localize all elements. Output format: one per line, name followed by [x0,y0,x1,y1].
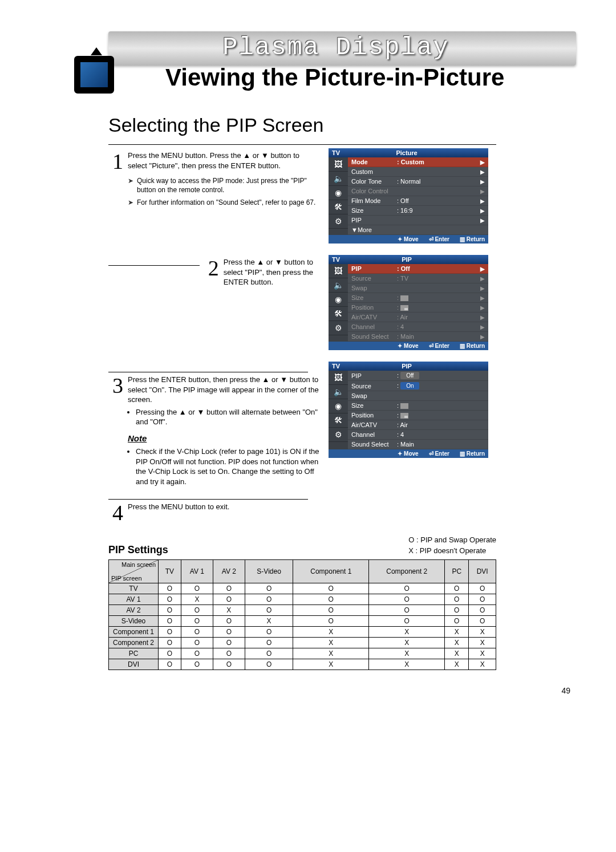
sound-icon: 🔈 [329,385,348,399]
table-cell: X [369,637,445,648]
osd-move-hint: ✦ Move [398,451,418,457]
osd-row-label: Position [351,412,397,419]
col-header: Component 1 [293,559,369,583]
table-cell: O [159,659,181,670]
setup-icon: 🛠 [329,200,348,214]
table-cell: O [159,637,181,648]
osd-row-value: : Off [397,265,480,272]
row-header: DVI [109,659,159,670]
col-header: DVI [469,559,496,583]
osd-row-label: Channel [351,431,397,438]
osd-row-label: Custom [351,168,397,175]
banner-surtitle: Plasma Display [222,33,449,62]
osd-row-value: : [397,372,399,379]
table-cell: O [181,583,213,594]
step-number: 1 [108,151,123,211]
table-cell: X [469,626,496,637]
osd-row-value: : 4 [397,323,480,330]
function-icon: ⚙ [329,428,348,442]
table-cell: O [159,583,181,594]
step-3-bullet: Pressing the ▲ or ▼ button will alternat… [136,407,319,427]
table-cell: O [245,637,293,648]
chevron-right-icon: ▶ [480,198,485,204]
table-cell: X [245,615,293,626]
table-cell: O [469,604,496,615]
osd-title: PIP [340,256,473,263]
banner-title: Viewing the Picture-in-Picture [165,64,504,91]
table-cell: O [159,615,181,626]
table-cell: O [159,626,181,637]
osd-row-value: : Normal [397,178,480,185]
osd-return-hint: ▥ Return [460,236,485,242]
osd-row-label: Position [351,304,397,311]
chevron-right-icon: ▶ [480,178,485,185]
note-label: Note [128,433,319,444]
table-cell: O [213,615,245,626]
tip-arrow-icon [128,198,133,207]
col-header: S-Video [245,559,293,583]
table-cell: X [293,637,369,648]
table-cell: X [293,659,369,670]
table-cell: O [293,583,369,594]
chevron-right-icon: ▶ [480,314,485,320]
table-cell: O [213,637,245,648]
osd-row-label: Sound Select [351,441,397,448]
step-3-text: Press the ENTER button, then press the ▲… [128,375,319,404]
col-header: PC [445,559,469,583]
corner-pip-screen: PIP screen [111,575,142,582]
osd-row-label: Size [351,207,397,214]
option-off: Off [400,372,419,379]
step-number: 2 [204,257,219,287]
osd-row-value: : TV [397,275,480,282]
step-1-tip-1: Quick way to access the PIP mode: Just p… [137,176,319,194]
table-cell: O [369,594,445,604]
osd-row-label: Swap [351,285,397,291]
step-4: 4 Press the MENU button to exit. [108,489,576,524]
table-cell: O [469,594,496,604]
table-cell: O [181,615,213,626]
chevron-right-icon: ▶ [480,169,485,175]
pip-settings-table: Main screen PIP screen TV AV 1 AV 2 S-Vi… [108,559,496,670]
col-header: Component 2 [369,559,445,583]
osd-row-label: Sound Select [351,333,397,340]
row-header: Component 2 [109,637,159,648]
osd-row-value: : Main [397,333,480,340]
osd-enter-hint: ⏎ Enter [429,236,449,242]
osd-sidebar-icons: 🖼 🔈 ◉ 🛠 ⚙ [329,264,348,342]
row-header: Component 1 [109,626,159,637]
table-cell: O [445,583,469,594]
chevron-right-icon: ▶ [480,334,485,340]
sound-icon: 🔈 [329,172,348,186]
table-cell: O [245,583,293,594]
chevron-right-icon: ▶ [480,285,485,291]
table-cell: O [245,659,293,670]
table-cell: X [369,626,445,637]
osd-tv-label: TV [332,256,340,263]
row-header: AV 2 [109,604,159,615]
table-cell: O [369,583,445,594]
osd-move-hint: ✦ Move [398,343,418,349]
function-icon: ⚙ [329,214,348,229]
table-cell: X [469,648,496,659]
osd-row-label: PIP [351,265,397,272]
table-cell: O [293,604,369,615]
table-cell: X [369,659,445,670]
osd-sidebar-icons: 🖼 🔈 ◉ 🛠 ⚙ [329,371,348,449]
table-cell: X [181,594,213,604]
chevron-right-icon: ▶ [480,159,485,165]
osd-return-hint: ▥ Return [460,451,485,457]
osd-row-value: : [397,294,399,301]
table-cell: O [293,594,369,604]
osd-pip-onoff-menu: TV PIP 🖼 🔈 ◉ 🛠 ⚙ PIP : Off Source [329,362,488,458]
osd-more: ▼More [351,226,397,233]
osd-tv-label: TV [332,149,340,156]
table-cell: X [293,626,369,637]
table-cell: X [213,604,245,615]
table-cell: O [245,604,293,615]
table-cell: O [369,615,445,626]
osd-row-value: : [397,412,399,419]
function-icon: ⚙ [329,321,348,335]
step-text: Press the ENTER button, then press the ▲… [128,375,319,489]
osd-title: Picture [340,149,473,156]
table-cell: X [445,659,469,670]
